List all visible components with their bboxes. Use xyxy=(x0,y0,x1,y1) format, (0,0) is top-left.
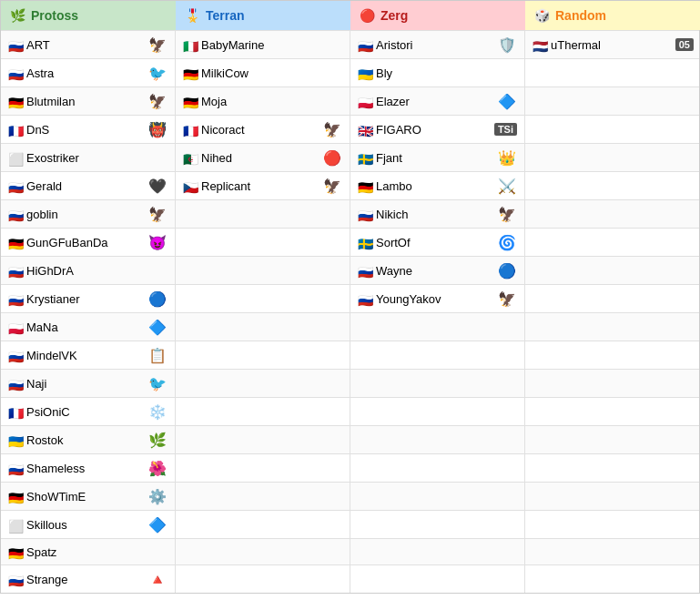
team-logo: 🔷 xyxy=(147,317,167,337)
player-cell: 🇷🇺 Gerald 🖤 xyxy=(1,172,176,199)
player-cell: 🇺🇦 Bly xyxy=(350,59,525,86)
empty-cell xyxy=(525,398,700,425)
team-logo: 🦅 xyxy=(497,204,517,224)
team-logo: 🌀 xyxy=(497,232,517,252)
player-name: 🇮🇹 BabyMarine xyxy=(183,38,264,52)
empty-cell xyxy=(525,116,700,143)
player-name: ⬜ Skillous xyxy=(8,518,67,532)
player-name-text: Elazer xyxy=(376,95,410,108)
player-name: 🇳🇱 uThermal xyxy=(533,38,601,52)
player-name-text: Exostriker xyxy=(26,151,79,165)
empty-cell xyxy=(525,59,700,86)
flag-icon: 🇵🇱 xyxy=(8,322,23,332)
table-row: 🇵🇱 MaNa 🔷 xyxy=(1,312,699,341)
player-name: 🇷🇺 YoungYakov xyxy=(358,292,441,306)
empty-cell xyxy=(350,454,525,482)
flag-icon: 🇷🇺 xyxy=(358,294,372,304)
player-name-text: Aristori xyxy=(376,38,412,52)
flag-icon: 🇷🇺 xyxy=(8,379,23,389)
player-name: 🇷🇺 MindelVK xyxy=(8,349,77,362)
player-cell: 🇷🇺 Astra 🐦 xyxy=(1,59,176,86)
player-name-text: Spatz xyxy=(26,545,56,559)
team-logo: 🐦 xyxy=(147,63,167,83)
empty-cell xyxy=(176,229,350,256)
player-cell: 🇩🇪 Lambo ⚔️ xyxy=(350,172,525,199)
player-cell: 🇷🇺 Naji 🐦 xyxy=(1,370,176,397)
player-cell: 🇷🇺 Krystianer 🔵 xyxy=(1,285,176,312)
empty-cell xyxy=(176,285,350,312)
player-name-text: HiGhDrA xyxy=(26,264,74,278)
player-cell: 🇸🇪 SortOf 🌀 xyxy=(350,229,525,256)
team-logo: 🔴 xyxy=(322,147,342,168)
player-cell: 🇬🇧 FIGARO TSi xyxy=(350,116,525,143)
flag-icon: 🇷🇺 xyxy=(8,181,23,191)
player-name: 🇩🇪 Spatz xyxy=(8,545,56,559)
team-logo: ⚔️ xyxy=(497,176,517,196)
table-row: 🇺🇦 Rostok 🌿 xyxy=(1,425,699,453)
player-name: 🇬🇧 FIGARO xyxy=(358,123,421,137)
player-name: 🇩🇪 Lambo xyxy=(358,179,412,193)
team-logo: ❄️ xyxy=(147,402,167,422)
empty-cell xyxy=(350,313,525,341)
player-name: 🇷🇺 Naji xyxy=(8,377,46,391)
table-row: ⬜ Skillous 🔷 xyxy=(1,510,699,538)
player-name-text: MilkiCow xyxy=(201,66,249,80)
team-logo: 🦅 xyxy=(322,176,342,196)
empty-cell xyxy=(525,483,700,510)
player-cell: 🇺🇦 Rostok 🌿 xyxy=(1,426,176,453)
team-logo: 🦅 xyxy=(147,204,167,224)
flag-icon: 🇫🇷 xyxy=(183,125,198,135)
player-cell: 🇷🇺 Shameless 🌺 xyxy=(1,454,176,482)
flag-icon: 🇷🇺 xyxy=(8,40,23,50)
flag-icon: ⬜ xyxy=(8,520,23,530)
flag-icon: 🇩🇪 xyxy=(8,547,23,557)
team-logo: ⚙️ xyxy=(147,486,167,506)
header-row: 🌿Protoss🎖️Terran🔴Zerg🎲Random xyxy=(1,1,699,30)
flag-icon: 🇸🇪 xyxy=(358,153,372,163)
empty-cell xyxy=(525,565,700,593)
player-name-text: Fjant xyxy=(376,151,402,165)
empty-cell xyxy=(350,511,525,538)
player-name-text: Strange xyxy=(26,573,68,586)
empty-cell xyxy=(525,370,700,397)
empty-cell xyxy=(525,313,700,341)
empty-cell xyxy=(525,87,700,115)
player-name-text: Rostok xyxy=(26,433,63,447)
flag-icon: 🇬🇧 xyxy=(358,125,372,135)
player-name: 🇫🇷 PsiOniC xyxy=(8,405,70,419)
player-name: ⬜ Exostriker xyxy=(8,151,79,165)
table-row: 🇩🇪 ShoWTimE ⚙️ xyxy=(1,482,699,510)
player-cell: 🇵🇱 MaNa 🔷 xyxy=(1,313,176,341)
player-name: 🇷🇺 Astra xyxy=(8,66,54,80)
flag-icon: 🇷🇺 xyxy=(8,294,23,304)
player-cell: 🇮🇹 BabyMarine xyxy=(176,31,350,58)
race-table: 🌿Protoss🎖️Terran🔴Zerg🎲Random 🇷🇺 ART 🦅 🇮🇹… xyxy=(0,0,700,594)
table-row: 🇷🇺 Naji 🐦 xyxy=(1,369,699,397)
team-logo: 🦅 xyxy=(497,289,517,309)
player-cell: 🇩🇪 Blutmilan 🦅 xyxy=(1,87,176,115)
player-name: 🇺🇦 Bly xyxy=(358,66,392,80)
flag-icon: ⬜ xyxy=(8,153,23,163)
player-name-text: Nihed xyxy=(201,151,232,165)
empty-cell xyxy=(176,313,350,341)
flag-icon: 🇩🇿 xyxy=(183,153,198,163)
player-name: 🇸🇪 SortOf xyxy=(358,236,411,249)
player-name-text: DnS xyxy=(26,123,49,137)
protoss-icon: 🌿 xyxy=(10,8,25,23)
player-name: 🇵🇱 MaNa xyxy=(8,320,58,334)
flag-icon: 🇺🇦 xyxy=(8,435,23,445)
table-row: 🇷🇺 Astra 🐦 🇩🇪 MilkiCow 🇺🇦 Bly xyxy=(1,58,699,86)
player-name: 🇷🇺 Shameless xyxy=(8,462,85,475)
flag-icon: 🇩🇪 xyxy=(183,68,198,78)
flag-icon: 🇷🇺 xyxy=(8,463,23,473)
team-logo: 🌿 xyxy=(147,430,167,450)
player-cell: 🇩🇪 Moja xyxy=(176,87,350,115)
player-name-text: MindelVK xyxy=(26,349,77,362)
flag-icon: 🇩🇪 xyxy=(183,97,198,107)
player-cell: 🇫🇷 DnS 👹 xyxy=(1,116,176,143)
flag-icon: 🇩🇪 xyxy=(8,492,23,502)
terran-icon: 🎖️ xyxy=(185,8,200,23)
player-name-text: Nikich xyxy=(376,208,408,221)
player-name: 🇸🇪 Fjant xyxy=(358,151,402,165)
player-name-text: Bly xyxy=(376,66,392,80)
